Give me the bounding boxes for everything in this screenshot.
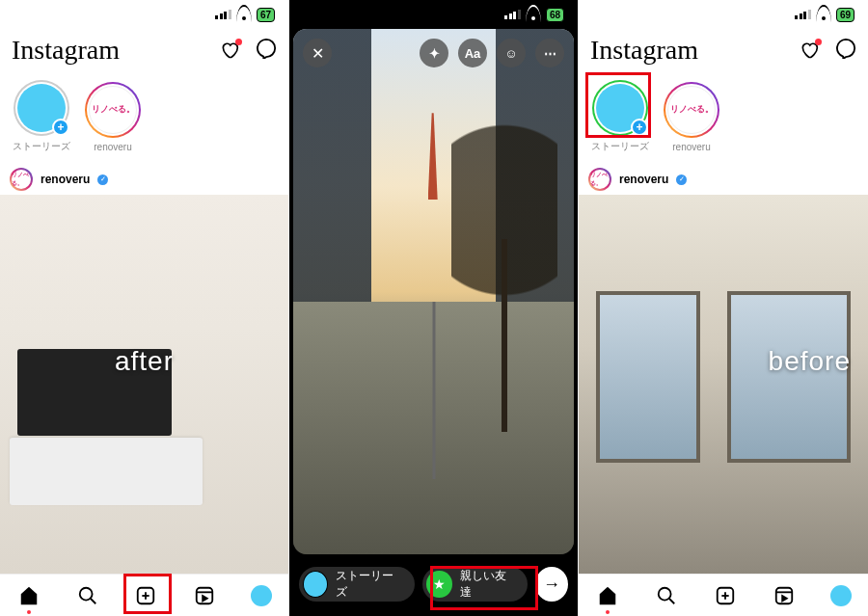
avatar-self-icon xyxy=(303,571,328,598)
nav-search[interactable] xyxy=(654,583,679,608)
messenger-icon[interactable] xyxy=(256,38,277,63)
stories-tray[interactable]: + ストーリーズ リノべる。 renoveru xyxy=(0,73,288,160)
nav-create[interactable] xyxy=(713,583,738,608)
share-story-pill[interactable]: ストーリーズ xyxy=(299,567,415,602)
post-avatar[interactable]: リノべる。 xyxy=(588,168,611,191)
phone-story-editor: 68 ✕ ✦ Aa ☺ ⋯ ストーリーズ ★ 親しい友達 → xyxy=(289,0,579,616)
post-image[interactable]: before xyxy=(579,195,868,574)
messenger-icon[interactable] xyxy=(835,38,856,63)
battery-indicator: 69 xyxy=(836,8,854,22)
nav-home[interactable] xyxy=(595,583,620,608)
verified-badge-icon: ✓ xyxy=(97,174,108,185)
sticker-icon: ☺ xyxy=(504,46,517,61)
overlay-text-after: after xyxy=(115,346,174,377)
svg-point-0 xyxy=(80,587,93,600)
signal-icon xyxy=(215,10,231,19)
add-story-icon[interactable]: + xyxy=(52,119,69,136)
stories-tray[interactable]: + ストーリーズ リノべる。 renoveru xyxy=(579,73,868,160)
activity-icon[interactable] xyxy=(799,40,820,60)
bottom-nav xyxy=(579,574,868,616)
phone-feed-after: 67 Instagram + ストーリーズ リノべる。 renoveru xyxy=(0,0,289,616)
activity-icon[interactable] xyxy=(219,40,240,60)
nav-home[interactable] xyxy=(16,583,41,608)
close-button[interactable]: ✕ xyxy=(303,39,332,67)
nav-profile[interactable] xyxy=(251,585,272,606)
post-username[interactable]: renoveru xyxy=(619,173,668,186)
text-icon: Aa xyxy=(465,46,481,61)
nav-reels[interactable] xyxy=(772,583,797,608)
pill-label-close-friends: 親しい友達 xyxy=(460,568,514,601)
wifi-icon xyxy=(526,9,541,20)
svg-rect-12 xyxy=(776,587,793,603)
nav-profile[interactable] xyxy=(830,585,852,606)
story-renoveru[interactable]: リノべる。 renoveru xyxy=(662,82,721,152)
story-self[interactable]: + ストーリーズ xyxy=(12,80,71,153)
send-button[interactable]: → xyxy=(535,567,568,602)
svg-line-1 xyxy=(91,598,96,603)
nav-create[interactable] xyxy=(133,583,158,608)
story-self[interactable]: + ストーリーズ xyxy=(590,80,650,153)
status-bar: 67 xyxy=(0,0,288,29)
share-close-friends-pill[interactable]: ★ 親しい友達 xyxy=(422,567,528,602)
story-canvas[interactable] xyxy=(293,29,574,554)
app-header: Instagram xyxy=(579,31,868,69)
feed[interactable]: リノべる。 renoveru ✓ before xyxy=(579,164,868,574)
story-label-self: ストーリーズ xyxy=(591,140,649,153)
nav-search[interactable] xyxy=(75,583,100,608)
sparkle-icon: ✦ xyxy=(429,46,440,61)
add-story-icon[interactable]: + xyxy=(631,119,648,136)
instagram-logo[interactable]: Instagram xyxy=(590,35,698,66)
battery-indicator: 67 xyxy=(257,8,275,22)
status-bar: 69 xyxy=(579,0,868,29)
effects-button[interactable]: ✦ xyxy=(420,39,448,67)
overlay-text-before: before xyxy=(769,346,851,377)
nav-reels[interactable] xyxy=(192,583,217,608)
svg-line-8 xyxy=(669,598,675,603)
post-header[interactable]: リノべる。 renoveru ✓ xyxy=(0,164,288,195)
story-label-self: ストーリーズ xyxy=(13,140,70,153)
post-image[interactable]: after xyxy=(0,195,288,574)
pill-label-story: ストーリーズ xyxy=(336,568,401,601)
notification-dot-icon xyxy=(235,39,242,45)
sticker-button[interactable]: ☺ xyxy=(497,39,526,67)
close-icon: ✕ xyxy=(312,44,324,63)
editor-toolbar: ✦ Aa ☺ ⋯ xyxy=(420,39,564,67)
story-label-renoveru: renoveru xyxy=(94,142,131,152)
post-header[interactable]: リノべる。 renoveru ✓ xyxy=(579,164,868,195)
share-bar: ストーリーズ ★ 親しい友達 → xyxy=(289,562,578,606)
verified-badge-icon: ✓ xyxy=(676,174,687,185)
signal-icon xyxy=(795,10,811,19)
arrow-right-icon: → xyxy=(543,575,560,595)
nav-dot-icon xyxy=(606,610,610,614)
phone-feed-before: 69 Instagram + ストーリーズ リノべる。 renoveru xyxy=(579,0,868,616)
close-friends-icon: ★ xyxy=(426,571,451,598)
nav-dot-icon xyxy=(27,610,31,614)
app-header: Instagram xyxy=(0,31,288,69)
svg-rect-5 xyxy=(197,587,213,603)
wifi-icon xyxy=(816,9,831,20)
text-button[interactable]: Aa xyxy=(458,39,487,67)
svg-point-7 xyxy=(659,587,671,600)
bottom-nav xyxy=(0,574,288,616)
notification-dot-icon xyxy=(815,39,822,45)
more-icon: ⋯ xyxy=(544,46,556,61)
signal-icon xyxy=(504,10,521,19)
post-avatar[interactable]: リノべる。 xyxy=(10,168,33,191)
story-renoveru[interactable]: リノべる。 renoveru xyxy=(83,82,143,152)
wifi-icon xyxy=(236,9,252,20)
battery-indicator: 68 xyxy=(546,8,564,22)
instagram-logo[interactable]: Instagram xyxy=(12,35,120,66)
feed[interactable]: リノべる。 renoveru ✓ after xyxy=(0,164,288,574)
status-bar: 68 xyxy=(289,0,578,29)
story-label-renoveru: renoveru xyxy=(672,142,710,152)
post-username[interactable]: renoveru xyxy=(41,173,90,186)
more-button[interactable]: ⋯ xyxy=(535,39,564,67)
